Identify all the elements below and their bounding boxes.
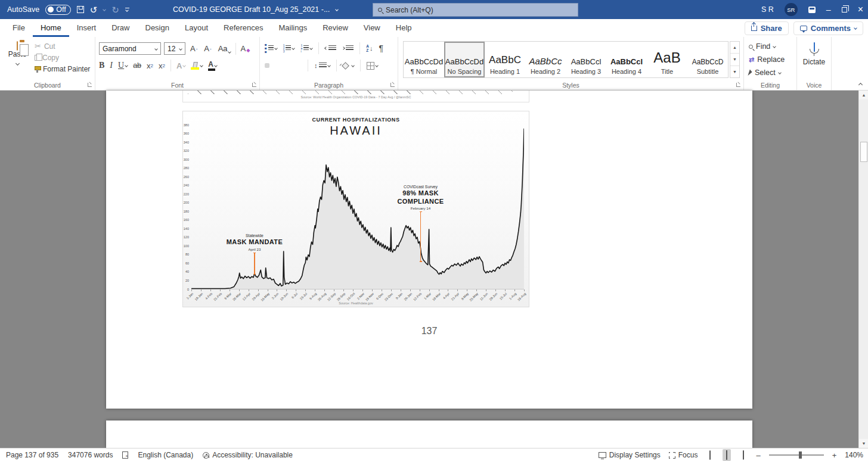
style-no-spacing[interactable]: AaBbCcDdNo Spacing [444, 42, 485, 77]
show-hide-paragraph-marks-button[interactable]: ¶ [379, 43, 383, 53]
style-title[interactable]: AaBTitle [647, 42, 687, 77]
align-left-button[interactable] [265, 63, 269, 68]
ribbon-display-options-icon[interactable] [808, 7, 816, 13]
paragraph-dialog-launcher-icon[interactable] [390, 83, 395, 87]
align-center-button[interactable] [275, 63, 280, 68]
font-color-button[interactable]: A [208, 60, 217, 71]
title-dropdown-icon[interactable] [335, 8, 339, 11]
align-right-button[interactable] [286, 63, 291, 68]
tab-layout[interactable]: Layout [177, 20, 216, 37]
styles-scroll-up-icon[interactable]: ▲ [730, 42, 739, 54]
language-indicator[interactable]: English (Canada) [138, 451, 193, 459]
line-spacing-button[interactable]: ↕ [314, 62, 330, 69]
format-painter-button[interactable]: Format Painter [35, 65, 90, 73]
comments-button[interactable]: Comments [793, 21, 863, 35]
highlight-button[interactable] [191, 62, 203, 70]
scroll-down-icon[interactable]: ▼ [859, 439, 868, 448]
superscript-button[interactable]: x2 [159, 61, 165, 70]
restore-button[interactable] [842, 7, 847, 13]
bold-button[interactable]: B [99, 61, 104, 70]
borders-button[interactable] [367, 62, 378, 70]
shrink-font-button[interactable]: Aˇ [202, 43, 213, 54]
clear-formatting-button[interactable]: A◆ [239, 43, 252, 54]
sort-button[interactable]: AZ↓ [366, 44, 373, 52]
underline-button[interactable]: U [118, 61, 128, 70]
vertical-scrollbar[interactable]: ▲ ▼ [858, 91, 868, 448]
minimize-button[interactable]: – [826, 5, 831, 14]
user-name[interactable]: S R [761, 5, 774, 14]
styles-scroll-down-icon[interactable]: ▼ [730, 54, 739, 66]
find-button[interactable]: Find [749, 42, 776, 51]
zoom-slider-thumb[interactable] [799, 451, 802, 459]
autosave-toggle[interactable]: Off [45, 5, 70, 15]
word-count[interactable]: 347076 words [68, 451, 113, 459]
user-avatar[interactable]: SR [785, 3, 798, 16]
print-layout-button[interactable] [723, 449, 731, 461]
group-editing: Find ⇄Replace Select Editing [744, 37, 797, 90]
focus-button[interactable]: Focus [669, 451, 698, 459]
style-subtitle[interactable]: AaBbCcDSubtitle [687, 42, 728, 77]
paste-button[interactable]: Paste [5, 42, 30, 67]
zoom-in-button[interactable]: + [832, 451, 837, 460]
multilevel-list-button[interactable]: 1ai [300, 44, 312, 53]
share-button[interactable]: Share [745, 21, 789, 35]
tab-review[interactable]: Review [315, 20, 356, 37]
shading-button[interactable] [343, 63, 354, 68]
close-button[interactable]: × [858, 5, 863, 14]
tab-view[interactable]: View [356, 20, 388, 37]
zoom-level[interactable]: 140% [845, 451, 863, 459]
italic-button[interactable]: I [110, 61, 113, 70]
scrollbar-thumb[interactable] [860, 142, 867, 162]
tab-file[interactable]: File [5, 20, 33, 37]
scroll-up-icon[interactable]: ▲ [859, 91, 868, 99]
tab-help[interactable]: Help [388, 20, 420, 37]
style-heading-3[interactable]: AaBbCclHeading 3 [566, 42, 606, 77]
zoom-out-button[interactable]: – [756, 451, 760, 460]
tab-draw[interactable]: Draw [104, 20, 137, 37]
search-input[interactable] [386, 6, 573, 14]
save-icon[interactable] [77, 6, 84, 13]
style-heading-1[interactable]: AaBbCHeading 1 [485, 42, 525, 77]
customize-quick-access-toolbar-icon[interactable] [125, 8, 129, 11]
decrease-indent-button[interactable] [325, 45, 336, 51]
tab-mailings[interactable]: Mailings [271, 20, 315, 37]
search-box[interactable] [373, 3, 578, 17]
strikethrough-button[interactable]: ab [133, 61, 141, 70]
undo-dropdown-icon[interactable] [103, 8, 106, 11]
web-layout-button[interactable] [739, 449, 748, 461]
next-page-top[interactable] [106, 420, 752, 448]
tab-references[interactable]: References [216, 20, 271, 37]
display-settings-button[interactable]: Display Settings [599, 451, 661, 459]
change-case-button[interactable]: Aa [216, 43, 232, 54]
styles-gallery-more-icon[interactable]: ▼ [730, 66, 739, 77]
tab-design[interactable]: Design [138, 20, 177, 37]
style-heading-2[interactable]: AaBbCcHeading 2 [525, 42, 566, 77]
read-mode-button[interactable] [706, 449, 714, 461]
tab-home[interactable]: Home [33, 20, 69, 37]
style-normal[interactable]: AaBbCcDd¶ Normal [404, 42, 444, 77]
proofing-errors-button[interactable]: × [122, 451, 128, 459]
document-title[interactable]: COVID-19 GEORGE Draft 10_Aug 25_2021 -..… [173, 5, 330, 14]
styles-dialog-launcher-icon[interactable] [736, 83, 740, 87]
select-button[interactable]: Select [749, 68, 781, 77]
justify-button[interactable] [297, 63, 302, 68]
font-size-combobox[interactable]: 12 [164, 42, 185, 55]
numbered-list-button[interactable]: 123 [283, 44, 295, 53]
font-family-combobox[interactable]: Garamond [99, 42, 161, 55]
replace-button[interactable]: ⇄Replace [749, 55, 785, 64]
dictate-button[interactable]: Dictate [797, 43, 831, 66]
collapse-ribbon-icon[interactable] [858, 83, 863, 87]
page-indicator[interactable]: Page 137 of 935 [6, 451, 58, 459]
font-dialog-launcher-icon[interactable] [252, 83, 256, 87]
tab-insert[interactable]: Insert [69, 20, 104, 37]
bullet-list-button[interactable]: ■■■ [265, 43, 277, 54]
zoom-slider[interactable] [769, 454, 824, 456]
undo-icon[interactable]: ↺ [90, 5, 98, 14]
increase-indent-button[interactable] [342, 45, 354, 51]
document-page-137[interactable]: Source: World Health Organization COVID-… [106, 91, 752, 409]
clipboard-dialog-launcher-icon[interactable] [88, 83, 92, 87]
accessibility-checker[interactable]: Accessibility: Unavailable [203, 451, 293, 459]
style-heading-4[interactable]: AaBbCclHeading 4 [606, 42, 647, 77]
subscript-button[interactable]: x2 [147, 61, 153, 70]
grow-font-button[interactable]: Aˆ [188, 43, 199, 54]
